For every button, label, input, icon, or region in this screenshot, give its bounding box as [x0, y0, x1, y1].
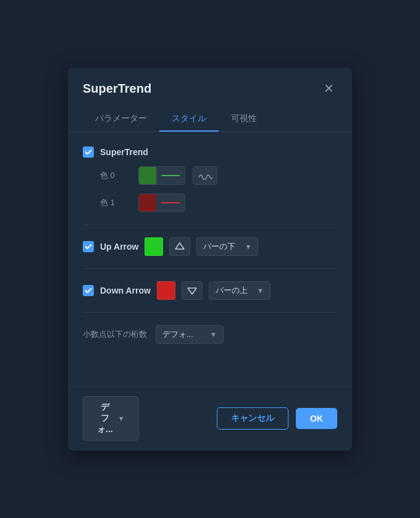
decimals-chevron-icon: ▼	[210, 331, 217, 338]
check-icon	[85, 243, 92, 250]
down-arrow-section: Down Arrow バーの上 ▼	[83, 281, 337, 300]
dialog-title: SuperTrend	[83, 82, 151, 96]
line-icon	[161, 201, 180, 205]
down-arrow-checkbox[interactable]	[83, 285, 94, 296]
default-button-label: デフォ...	[97, 402, 113, 435]
color1-line-style	[156, 194, 185, 211]
up-arrow-position-dropdown[interactable]: バーの下 ▼	[196, 237, 258, 256]
color1-button[interactable]	[138, 193, 185, 212]
up-arrow-direction-btn[interactable]	[169, 237, 190, 256]
up-arrow-row: Up Arrow バーの下 ▼	[83, 237, 337, 256]
color0-swatch	[139, 167, 156, 184]
supertrend-dialog: SuperTrend ✕ パラメーター スタイル 可視性 SuperTrend …	[68, 67, 352, 451]
dialog-body: SuperTrend 色 0	[68, 132, 352, 386]
cancel-button[interactable]: キャンセル	[217, 407, 288, 430]
supertrend-checkbox[interactable]	[83, 146, 94, 158]
down-arrow-position-text: バーの上	[216, 285, 252, 296]
up-arrow-section: Up Arrow バーの下 ▼	[83, 237, 337, 256]
svg-marker-2	[175, 243, 184, 249]
color0-line-style	[156, 167, 185, 184]
divider-1	[83, 224, 337, 225]
supertrend-section-header: SuperTrend	[83, 146, 337, 158]
down-arrow-row: Down Arrow バーの上 ▼	[83, 281, 337, 300]
up-arrow-position-text: バーの下	[203, 241, 240, 252]
line-icon	[161, 174, 180, 177]
color1-swatch	[139, 194, 156, 211]
wave-button[interactable]	[193, 166, 217, 185]
down-arrow-direction-btn[interactable]	[182, 281, 203, 300]
tab-visibility[interactable]: 可視性	[219, 107, 269, 132]
color0-row: 色 0	[83, 166, 337, 185]
color1-row: 色 1	[83, 193, 337, 212]
footer-left: デフォ... ▼	[83, 396, 139, 441]
tabs-bar: パラメーター スタイル 可視性	[68, 107, 352, 132]
default-chevron-icon: ▼	[118, 415, 125, 422]
color1-label: 色 1	[100, 197, 131, 208]
up-arrow-color[interactable]	[145, 237, 163, 256]
svg-marker-3	[188, 288, 196, 294]
decimals-row: 小数点以下の桁数 デフォ... ▼	[83, 325, 337, 344]
dialog-footer: デフォ... ▼ キャンセル OK	[68, 386, 352, 451]
divider-2	[83, 268, 337, 269]
decimals-label: 小数点以下の桁数	[83, 329, 147, 340]
up-arrow-icon	[174, 241, 185, 252]
down-arrow-label: Down Arrow	[100, 286, 151, 295]
check-icon	[85, 148, 92, 156]
color0-button[interactable]	[138, 166, 185, 185]
down-arrow-chevron-icon: ▼	[257, 287, 264, 294]
decimals-value: デフォ...	[162, 329, 205, 340]
supertrend-label: SuperTrend	[100, 147, 148, 157]
close-button[interactable]: ✕	[320, 80, 337, 97]
up-arrow-chevron-icon: ▼	[245, 243, 252, 250]
wave-icon	[198, 171, 212, 180]
tab-params[interactable]: パラメーター	[83, 107, 159, 132]
tab-style[interactable]: スタイル	[159, 107, 219, 132]
down-arrow-icon	[187, 285, 198, 296]
dialog-header: SuperTrend ✕	[68, 67, 352, 107]
color0-label: 色 0	[100, 170, 131, 181]
up-arrow-label: Up Arrow	[100, 242, 138, 252]
up-arrow-checkbox[interactable]	[83, 241, 94, 252]
supertrend-section: SuperTrend 色 0	[83, 146, 337, 212]
default-button[interactable]: デフォ... ▼	[83, 396, 139, 441]
check-icon	[85, 287, 92, 294]
divider-3	[83, 312, 337, 313]
down-arrow-color[interactable]	[157, 281, 175, 300]
down-arrow-position-dropdown[interactable]: バーの上 ▼	[209, 281, 271, 300]
decimals-dropdown[interactable]: デフォ... ▼	[156, 325, 224, 344]
ok-button[interactable]: OK	[296, 408, 337, 429]
